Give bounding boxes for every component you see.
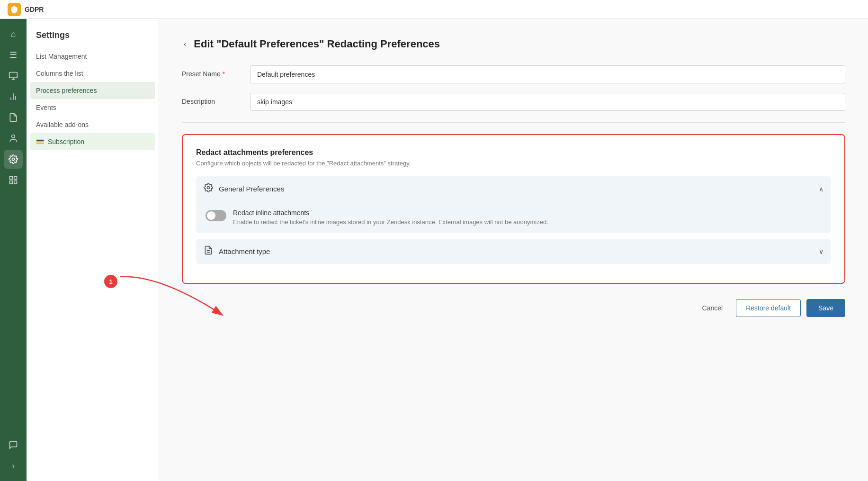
sidebar-item-process-preferences[interactable]: Process preferences — [30, 82, 155, 99]
svg-point-10 — [207, 187, 210, 189]
svg-point-5 — [12, 158, 15, 161]
sidebar: Settings List Management Columns the lis… — [27, 19, 159, 481]
back-button[interactable]: ‹ — [182, 38, 188, 50]
sidebar-item-events[interactable]: Events — [27, 99, 159, 116]
nav-chart[interactable] — [4, 87, 23, 106]
sidebar-item-available-addons[interactable]: Available add-ons — [27, 116, 159, 133]
main-content: ‹ Edit "Default Preferences" Redacting P… — [159, 19, 868, 481]
page-header: ‹ Edit "Default Preferences" Redacting P… — [182, 38, 845, 50]
sidebar-title: Settings — [27, 30, 159, 48]
svg-point-4 — [12, 135, 15, 138]
save-button[interactable]: Save — [806, 299, 845, 317]
attachment-type-header[interactable]: Attachment type ∨ — [196, 239, 831, 264]
preset-name-group: Preset Name * — [182, 65, 845, 83]
svg-rect-6 — [10, 177, 13, 180]
inline-attachments-toggle[interactable] — [206, 210, 226, 221]
sidebar-item-list-management[interactable]: List Management — [27, 48, 159, 65]
preset-name-input[interactable] — [250, 65, 845, 83]
app-name: GDPR — [25, 6, 44, 13]
description-label: Description — [182, 93, 239, 105]
svg-rect-0 — [9, 73, 18, 78]
toggle-label: Redact inline attachments — [233, 209, 548, 217]
page-title: Edit "Default Preferences" Redacting Pre… — [194, 38, 440, 50]
annotation-bubble-1: 1 — [104, 275, 117, 288]
app-logo: GDPR — [8, 3, 44, 16]
card-title: Redact attachments preferences — [196, 148, 831, 157]
nav-settings[interactable] — [4, 150, 23, 169]
card-subtitle: Configure which objects will be redacted… — [196, 160, 831, 167]
inline-attachments-toggle-container: Redact inline attachments Enable to reda… — [196, 201, 831, 233]
attachment-type-title: Attachment type — [219, 247, 270, 255]
chevron-up-icon: ∧ — [819, 185, 823, 193]
chevron-down-icon: ∨ — [819, 248, 823, 255]
nav-person[interactable] — [4, 129, 23, 148]
gdpr-logo-icon — [8, 3, 21, 16]
required-marker: * — [223, 70, 225, 78]
redact-preferences-card: Redact attachments preferences Configure… — [182, 134, 845, 284]
attachment-type-section: Attachment type ∨ — [196, 239, 831, 264]
restore-default-button[interactable]: Restore default — [736, 299, 801, 317]
sidebar-item-subscription[interactable]: 💳 Subscription — [30, 133, 155, 150]
preset-name-label: Preset Name * — [182, 65, 239, 78]
top-bar: GDPR — [0, 0, 868, 19]
svg-rect-8 — [10, 181, 13, 184]
general-preferences-section: General Preferences ∧ Redact inline atta… — [196, 176, 831, 233]
toggle-description: Enable to redact the ticket's inline ima… — [233, 218, 548, 226]
description-group: Description — [182, 93, 845, 111]
svg-rect-7 — [14, 177, 17, 180]
nav-home[interactable]: ⌂ — [4, 25, 23, 44]
description-input[interactable] — [250, 93, 845, 111]
svg-rect-9 — [14, 181, 17, 184]
nav-list[interactable]: ☰ — [4, 45, 23, 64]
form-divider — [182, 122, 845, 123]
subscription-icon: 💳 — [36, 138, 44, 145]
document-icon — [204, 245, 213, 257]
nav-inbox[interactable] — [4, 66, 23, 85]
general-preferences-title: General Preferences — [219, 185, 284, 193]
toggle-slider — [206, 210, 226, 221]
gear-icon — [204, 183, 213, 195]
left-nav: ⌂ ☰ › — [0, 19, 27, 481]
nav-grid[interactable] — [4, 171, 23, 190]
general-preferences-header[interactable]: General Preferences ∧ — [196, 176, 831, 201]
footer-actions: Cancel Restore default Save — [182, 299, 845, 317]
cancel-button[interactable]: Cancel — [695, 299, 731, 317]
nav-expand[interactable]: › — [4, 456, 23, 475]
nav-chat[interactable] — [4, 436, 23, 454]
sidebar-item-columns-list[interactable]: Columns the list — [27, 65, 159, 82]
nav-report[interactable] — [4, 108, 23, 127]
